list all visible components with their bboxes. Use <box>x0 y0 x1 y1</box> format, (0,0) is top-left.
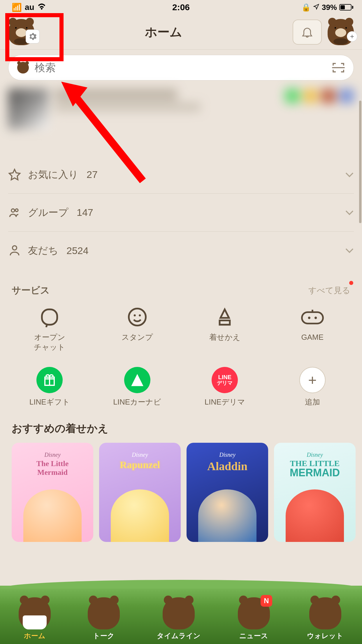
row-label: お気に入り <box>28 168 78 181</box>
person-icon <box>8 244 21 257</box>
row-label: 友だち <box>28 244 58 257</box>
service-stamp[interactable]: スタンプ <box>94 306 181 352</box>
status-time: 2:06 <box>172 2 190 12</box>
theme-character <box>286 489 344 542</box>
nav-bear-icon <box>163 597 195 629</box>
theme-character <box>198 489 256 542</box>
status-right: 🔒 39% <box>301 3 353 12</box>
disney-brand: Disney <box>44 452 61 458</box>
nav-label: ホーム <box>24 631 45 640</box>
service-label: スタンプ <box>122 332 153 342</box>
signal-icon: 📶 <box>12 3 22 12</box>
brush-icon <box>213 306 236 328</box>
chevron-down-icon <box>345 210 354 216</box>
plus-icon: + <box>299 367 326 393</box>
nav-label: ウォレット <box>307 631 343 640</box>
svg-rect-0 <box>42 309 57 325</box>
search-input[interactable] <box>35 62 326 74</box>
add-friend-button[interactable]: + <box>328 19 354 45</box>
theme-character <box>23 489 82 542</box>
lock-rotation-icon: 🔒 <box>301 3 311 12</box>
nav-label: ニュース <box>239 631 268 640</box>
theme-card-aladdin[interactable]: Disney Aladdin <box>187 443 268 542</box>
smile-icon <box>126 306 149 328</box>
service-add[interactable]: + 追加 <box>269 367 356 407</box>
service-label: LINEカーナビ <box>113 397 161 407</box>
row-count: 2524 <box>66 245 89 256</box>
scrollbar[interactable] <box>359 101 361 223</box>
theme-character <box>111 489 169 542</box>
notifications-button[interactable] <box>293 20 322 45</box>
nav-bear-icon: N <box>238 597 270 629</box>
search-bear-icon <box>17 62 29 74</box>
service-openchat[interactable]: オープン チャット <box>6 306 94 352</box>
nav-bear-icon <box>19 597 51 629</box>
service-label: GAME <box>301 332 324 342</box>
row-count: 27 <box>87 169 98 180</box>
plus-icon: + <box>347 31 357 42</box>
disney-brand: Disney <box>219 452 236 458</box>
openchat-icon <box>38 306 61 328</box>
theme-card-mermaid-pink[interactable]: Disney The LittleMermaid <box>12 443 93 542</box>
service-game[interactable]: GAME <box>269 306 356 352</box>
row-count: 147 <box>77 207 93 218</box>
profile-section[interactable] <box>8 89 354 156</box>
themes-title: おすすめの着せかえ <box>0 410 362 443</box>
group-icon <box>8 206 21 219</box>
nav-wallet[interactable]: ウォレット <box>307 597 343 640</box>
nav-home[interactable]: ホーム <box>19 597 51 640</box>
see-all-label: すべて見る <box>308 286 350 295</box>
disney-brand: Disney <box>132 452 148 458</box>
battery-icon <box>339 4 353 10</box>
friends-row[interactable]: 友だち 2524 <box>8 232 354 270</box>
status-left: 📶 au <box>12 3 46 12</box>
location-icon <box>313 3 319 12</box>
nav-talk[interactable]: トーク <box>88 597 120 640</box>
wifi-icon <box>37 3 46 12</box>
service-delivery[interactable]: LINE デリマ LINEデリマ <box>181 367 269 407</box>
groups-row[interactable]: グループ 147 <box>8 194 354 232</box>
profile-avatar-button[interactable] <box>8 19 34 45</box>
carnavi-icon <box>124 367 150 393</box>
svg-rect-4 <box>302 312 323 323</box>
carrier-label: au <box>25 3 34 12</box>
services-grid: オープン チャット スタンプ 着せかえ GAME LINEギフト LINEカーナ… <box>0 303 362 410</box>
services-title: サービス <box>12 284 50 297</box>
scan-icon[interactable] <box>332 62 345 73</box>
nav-label: タイムライン <box>157 631 201 640</box>
chevron-down-icon <box>345 172 354 178</box>
theme-card-mermaid-teal[interactable]: Disney THE LITTLEMERMAID <box>274 443 356 542</box>
svg-point-5 <box>308 317 310 319</box>
service-label: LINEギフト <box>29 397 70 407</box>
service-label: LINEデリマ <box>205 397 245 407</box>
nav-news[interactable]: N ニュース <box>238 597 270 640</box>
service-label: 着せかえ <box>209 332 240 342</box>
contacts-section: お気に入り 27 グループ 147 友だち 2524 <box>0 156 362 270</box>
svg-point-6 <box>314 317 317 319</box>
search-bar[interactable] <box>8 55 354 80</box>
theme-title: Aladdin <box>207 459 247 473</box>
bell-icon <box>301 25 314 39</box>
svg-point-1 <box>129 309 146 326</box>
app-header: ホーム + <box>0 15 362 50</box>
nav-bear-icon <box>88 597 120 629</box>
theme-card-rapunzel[interactable]: Disney Rapunzel <box>99 443 181 542</box>
settings-gear-icon[interactable] <box>26 29 40 43</box>
notification-dot <box>349 281 353 285</box>
themes-row[interactable]: Disney The LittleMermaid Disney Rapunzel… <box>0 443 362 542</box>
service-carnavi[interactable]: LINEカーナビ <box>94 367 181 407</box>
theme-title: The LittleMermaid <box>36 459 69 477</box>
status-bar: 📶 au 2:06 🔒 39% <box>0 0 362 15</box>
gift-icon <box>36 367 63 393</box>
theme-title: THE LITTLEMERMAID <box>290 459 340 478</box>
star-icon <box>8 168 21 181</box>
service-theme[interactable]: 着せかえ <box>181 306 269 352</box>
nav-timeline[interactable]: タイムライン <box>157 597 201 640</box>
favorites-row[interactable]: お気に入り 27 <box>8 156 354 194</box>
svg-point-3 <box>139 314 141 316</box>
page-title: ホーム <box>145 24 182 40</box>
see-all-link[interactable]: すべて見る <box>308 285 350 296</box>
row-label: グループ <box>28 206 68 219</box>
service-label: オープン チャット <box>34 332 65 352</box>
service-gift[interactable]: LINEギフト <box>6 367 94 407</box>
